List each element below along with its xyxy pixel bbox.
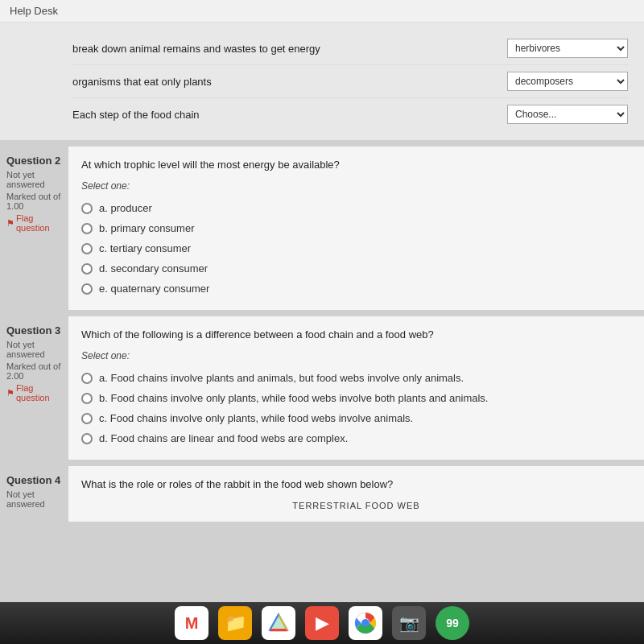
question-3-label: Question 3 <box>6 324 62 336</box>
option-2-c[interactable]: c. tertiary consumer <box>81 238 631 258</box>
matching-text-1: break down animal remains and wastes to … <box>72 43 507 55</box>
matching-text-2: organisms that eat only plants <box>72 76 507 88</box>
question-2-text: At which trophic level will the most ene… <box>81 158 631 172</box>
flag-icon: ⚑ <box>6 218 14 229</box>
question-3-status: Not yet answered <box>6 340 62 359</box>
option-3-b-radio[interactable] <box>81 393 93 404</box>
hangouts-icon[interactable]: 99 <box>436 606 469 640</box>
option-2-a-text: a. producer <box>99 202 152 214</box>
question-4-text: What is the role or roles of the rabbit … <box>81 477 631 492</box>
question-2-select-label: Select one: <box>81 180 631 192</box>
option-2-b-radio[interactable] <box>81 223 93 234</box>
option-3-c-text: c. Food chains involve only plants, whil… <box>99 412 413 424</box>
option-2-c-radio[interactable] <box>81 243 93 254</box>
question-3-main: Which of the following is a difference b… <box>68 316 644 460</box>
help-desk-title: Help Desk <box>10 5 58 17</box>
chrome-icon[interactable] <box>349 606 382 640</box>
question-2-main: At which trophic level will the most ene… <box>68 147 644 310</box>
option-2-d[interactable]: d. secondary consumer <box>81 258 631 279</box>
svg-point-7 <box>362 620 369 626</box>
option-2-c-text: c. tertiary consumer <box>99 242 191 254</box>
question-2-sidebar: Question 2 Not yet answered Marked out o… <box>0 147 68 310</box>
option-2-e-text: e. quaternary consumer <box>99 283 209 295</box>
option-2-d-text: d. secondary consumer <box>99 262 208 275</box>
question-3-sidebar: Question 3 Not yet answered Marked out o… <box>0 316 68 460</box>
option-2-b[interactable]: b. primary consumer <box>81 218 631 238</box>
svg-marker-1 <box>270 614 287 630</box>
slides-icon[interactable]: ▶ <box>305 606 339 640</box>
matching-select-3[interactable]: Choose... herbivores decomposers trophic… <box>507 105 628 124</box>
matching-text-3: Each step of the food chain <box>72 109 507 121</box>
question-2-label: Question 2 <box>6 155 62 167</box>
files-icon[interactable]: 📁 <box>218 606 252 640</box>
option-3-a-radio[interactable] <box>81 373 93 384</box>
matching-select-2[interactable]: herbivores decomposers producers <box>507 72 628 91</box>
option-3-a[interactable]: a. Food chains involve plants and animal… <box>81 368 631 388</box>
question-3-marked: Marked out of 2.00 <box>6 361 62 381</box>
option-3-c-radio[interactable] <box>81 413 93 424</box>
option-3-d-radio[interactable] <box>81 433 93 444</box>
question-4-sidebar: Question 4 Not yet answered <box>0 466 68 521</box>
question-4-label: Question 4 <box>6 474 62 486</box>
question-3-text: Which of the following is a difference b… <box>81 328 631 342</box>
question-2-status: Not yet answered <box>6 170 62 189</box>
option-2-e-radio[interactable] <box>81 283 93 295</box>
option-3-b-text: b. Food chains involve only plants, whil… <box>99 392 488 404</box>
question-3-flag[interactable]: ⚑ Flag question <box>6 383 62 402</box>
drive-icon[interactable] <box>262 606 295 640</box>
food-web-label: TERRESTRIAL FOOD WEB <box>81 501 631 510</box>
gmail-icon[interactable]: M <box>175 606 208 640</box>
option-3-d-text: d. Food chains are linear and food webs … <box>99 432 348 444</box>
option-2-a-radio[interactable] <box>81 203 93 214</box>
main-content: break down animal remains and wastes to … <box>0 23 644 642</box>
matching-row-2: organisms that eat only plants herbivore… <box>72 65 628 98</box>
question-4-block: Question 4 Not yet answered What is the … <box>0 466 644 521</box>
option-2-d-radio[interactable] <box>81 263 93 275</box>
question-2-marked: Marked out of 1.00 <box>6 192 62 211</box>
top-bar: Help Desk <box>0 0 644 23</box>
matching-section: break down animal remains and wastes to … <box>0 23 644 140</box>
option-3-c[interactable]: c. Food chains involve only plants, whil… <box>81 408 631 428</box>
option-2-e[interactable]: e. quaternary consumer <box>81 279 631 299</box>
question-3-block: Question 3 Not yet answered Marked out o… <box>0 316 644 460</box>
option-2-a[interactable]: a. producer <box>81 198 631 218</box>
question-3-select-label: Select one: <box>81 350 631 361</box>
matching-select-1[interactable]: herbivores decomposers producers carnivo… <box>507 39 628 58</box>
question-4-main: What is the role or roles of the rabbit … <box>68 466 644 521</box>
camera-icon[interactable]: 📷 <box>392 606 426 640</box>
option-2-b-text: b. primary consumer <box>99 222 194 234</box>
option-3-a-text: a. Food chains involve plants and animal… <box>99 372 464 384</box>
flag-icon-3: ⚑ <box>6 388 14 398</box>
taskbar: M 📁 ▶ 📷 99 <box>0 602 644 644</box>
matching-row-3: Each step of the food chain Choose... he… <box>72 98 628 130</box>
question-2-block: Question 2 Not yet answered Marked out o… <box>0 147 644 310</box>
question-4-status: Not yet answered <box>6 489 62 509</box>
option-3-b[interactable]: b. Food chains involve only plants, whil… <box>81 388 631 408</box>
option-3-d[interactable]: d. Food chains are linear and food webs … <box>81 428 631 448</box>
matching-row-1: break down animal remains and wastes to … <box>72 32 628 65</box>
question-2-flag[interactable]: ⚑ Flag question <box>6 213 62 233</box>
